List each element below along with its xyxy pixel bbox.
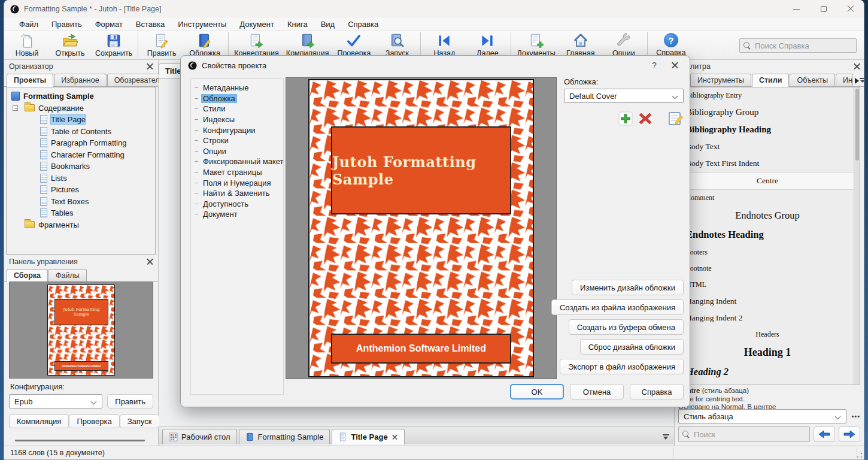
next-style-button[interactable] [839,426,860,442]
dialog-section-item[interactable]: Обложка [195,93,283,104]
resize-grip[interactable] [857,452,863,458]
minimize-button[interactable] [783,0,810,18]
previous-style-button[interactable] [814,426,835,442]
horizontal-scrollbar[interactable] [15,440,145,441]
tab-objects[interactable]: Объекты [790,74,835,86]
style-item[interactable]: Headers [679,326,860,343]
tab-tools[interactable]: Инструменты [690,74,751,86]
expander-icon[interactable] [13,105,18,111]
tree-item[interactable]: Фрагменты [7,219,155,231]
menu-item[interactable]: Вставка [129,19,171,30]
close-button[interactable] [837,0,864,18]
dialog-section-item[interactable]: Макет страницы [195,167,283,178]
menu-item[interactable]: Формат [89,19,129,30]
cover-thumbnail[interactable]: Jutoh Formatting Sample Anthemion Softwa… [47,285,115,376]
style-item[interactable]: Footnote [679,261,860,277]
tab-build[interactable]: Сборка [7,269,48,282]
style-item[interactable]: Bibliography Entry [679,87,860,104]
style-item[interactable]: Comment [679,190,860,206]
tree-item[interactable]: Character Formatting [7,149,155,161]
dialog-section-item[interactable]: Опции [195,146,283,157]
dialog-section-item[interactable]: Конфигурации [195,125,283,135]
style-item[interactable]: Body Text First Indent [679,155,860,172]
tree-item[interactable]: Paragraph Formatting [7,137,155,149]
tree-item[interactable]: Title Page [7,114,155,126]
style-item[interactable]: Centre [679,172,860,190]
help-search-input[interactable] [754,41,843,51]
cover-action-button[interactable]: Создать из буфера обмена [569,319,684,335]
style-type-select[interactable]: Стиль абзаца [678,409,846,423]
style-item[interactable]: Body Text [679,138,860,155]
dialog-help-button[interactable]: ? [647,60,662,70]
cover-action-button[interactable]: Создать из файла изображения [551,299,684,315]
dialog-section-item[interactable]: Найти & Заменить [195,188,283,199]
tab-close-icon[interactable] [392,434,397,440]
style-item[interactable]: Bibliography Group [679,104,860,121]
save-button[interactable]: Сохранить [92,31,136,59]
open-button[interactable]: Открыть [48,31,92,59]
cover-select[interactable]: Default Cover [564,89,684,103]
help-button[interactable]: Справка [630,384,684,400]
dialog-section-item[interactable]: Индексы [195,114,283,125]
dialog-section-item[interactable]: Фиксированный макет [195,156,283,167]
dialog-close-button[interactable] [667,60,682,70]
style-item[interactable]: Endnotes Heading [679,225,860,244]
cover-action-button[interactable]: Сброс дизайна обложки [580,339,684,355]
dialog-title-bar[interactable]: Свойства проекта ? [181,56,690,75]
launch-action-button[interactable]: Запуск [120,414,160,428]
palette-close-icon[interactable] [854,63,860,70]
tree-item[interactable]: Bookmarks [7,161,155,172]
menu-item[interactable]: Справка [341,19,385,30]
more-options-icon[interactable]: ••• [851,413,860,420]
tab-title-page[interactable]: Title Page [332,429,404,444]
style-item[interactable]: HTML [679,277,860,293]
organizer-close-icon[interactable] [147,63,153,70]
configuration-select[interactable]: Epub [9,394,102,408]
compile-action-button[interactable]: Компиляция [9,414,69,428]
new-button[interactable]: Новый [5,31,48,59]
tab-projects[interactable]: Проекты [7,74,53,87]
maximize-button[interactable] [810,0,837,18]
delete-cover-icon[interactable] [638,111,652,126]
menu-item[interactable]: Документ [233,19,281,30]
tree-item[interactable]: Pictures [7,184,155,196]
tree-item[interactable]: Lists [7,172,155,184]
tab-desktop[interactable]: Рабочий стол [162,429,237,444]
tab-files[interactable]: Файлы [48,269,87,282]
dialog-section-item[interactable]: Документ [195,209,283,220]
cover-action-button[interactable]: Изменить дизайн обложки [572,280,684,295]
tree-item[interactable]: Table of Contents [7,126,155,138]
add-cover-icon[interactable] [618,111,633,126]
style-item[interactable]: Heading 2 [679,362,860,382]
style-item[interactable]: Heading 1 [679,343,860,362]
tree-item[interactable]: Tables [7,207,155,219]
menu-item[interactable]: Книга [281,19,314,30]
tree-item[interactable]: Formatting Sample [7,90,155,102]
style-search-input[interactable] [693,429,806,440]
style-item[interactable]: Endnotes Group [679,206,860,225]
check-action-button[interactable]: Проверка [69,414,119,428]
tab-overflow-icon[interactable] [855,78,859,84]
edit-configuration-button[interactable]: Править [107,394,153,408]
edit-cover-icon[interactable] [668,111,684,126]
cancel-button[interactable]: Отмена [570,384,624,400]
style-search-box[interactable] [678,426,810,442]
edit-button[interactable]: Править [140,31,183,59]
tree-item[interactable]: Содержание [7,102,155,114]
tab-favorites[interactable]: Избранное [54,74,106,86]
dialog-section-item[interactable]: Стили [195,104,283,114]
tree-item[interactable]: Text Boxes [7,196,155,208]
control-panel-close-icon[interactable] [147,259,153,265]
dialog-section-item[interactable]: Метаданные [195,83,283,93]
dialog-section-item[interactable]: Поля и Нумерация [195,177,283,188]
dialog-section-item[interactable]: Доступность [195,199,283,210]
styles-scrollbar[interactable] [854,87,860,385]
cover-action-button[interactable]: Экспорт в файл изображения [560,359,684,374]
menu-item[interactable]: Править [45,19,89,30]
ok-button[interactable]: OK [510,384,564,400]
menu-item[interactable]: Инструменты [171,19,233,30]
style-item[interactable]: Heading 3 [679,382,860,385]
style-item[interactable]: Bibliography Heading [679,121,860,138]
palette-dropdown-icon[interactable] [860,78,860,83]
dialog-section-item[interactable]: Строки [195,135,283,146]
